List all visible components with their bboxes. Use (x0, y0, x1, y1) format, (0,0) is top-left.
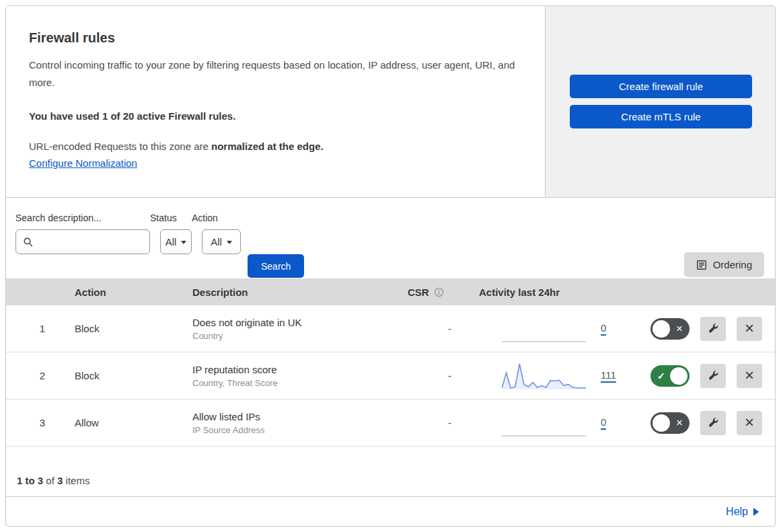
activity-count-link[interactable]: 0 (601, 416, 606, 430)
firewall-rules-page: Firewall rules Control incoming traffic … (0, 0, 781, 532)
page-title: Firewall rules (29, 30, 525, 46)
activity-count-link[interactable]: 0 (601, 322, 606, 336)
rule-fields: Country (192, 331, 400, 341)
ordering-button-label: Ordering (713, 259, 752, 270)
rule-csr-value: - (400, 323, 474, 334)
create-firewall-rule-button[interactable]: Create firewall rule (570, 75, 752, 98)
edit-rule-button[interactable] (700, 317, 726, 341)
x-icon: × (676, 416, 683, 429)
chevron-down-icon (227, 241, 232, 244)
x-icon: × (676, 321, 683, 335)
rule-fields: Country, Threat Score (192, 378, 400, 388)
rule-fields: IP Source Address (192, 425, 400, 435)
rule-description: IP reputation score (192, 364, 400, 375)
activity-sparkline (502, 408, 586, 438)
col-action: Action (67, 287, 184, 298)
col-activity: Activity last 24hr (474, 287, 642, 298)
wrench-icon (708, 417, 719, 428)
activity-count-link[interactable]: 111 (601, 369, 616, 383)
items-of: of (43, 475, 57, 486)
usage-summary: You have used 1 of 20 active Firewall ru… (29, 110, 525, 122)
configure-normalization-link[interactable]: Configure Normalization (29, 157, 137, 169)
rule-csr-value: - (400, 417, 474, 428)
rule-priority: 3 (6, 417, 67, 428)
page-description: Control incoming traffic to your zone by… (29, 56, 520, 91)
rule-csr-value: - (400, 370, 474, 381)
delete-rule-button[interactable]: × (737, 364, 762, 388)
help-label: Help (726, 506, 748, 518)
chevron-down-icon (181, 241, 186, 244)
header-section: Firewall rules Control incoming traffic … (6, 6, 775, 198)
edit-rule-button[interactable] (700, 364, 726, 388)
rule-priority: 1 (6, 323, 67, 334)
close-icon: × (745, 414, 754, 430)
info-icon[interactable] (434, 287, 444, 297)
activity-sparkline (502, 314, 586, 344)
normalization-note: URL-encoded Requests to this zone are no… (29, 141, 525, 152)
help-footer: Help (6, 496, 775, 526)
rule-action: Allow (67, 417, 184, 428)
items-label: items (63, 475, 89, 486)
action-filter-value: All (211, 236, 222, 248)
search-button[interactable]: Search (248, 254, 304, 278)
col-description: Description (184, 287, 400, 298)
action-filter-label: Action (192, 213, 241, 223)
table-row: 2 Block IP reputation score Country, Thr… (6, 352, 775, 400)
create-mtls-rule-button[interactable]: Create mTLS rule (570, 105, 752, 128)
wrench-icon (708, 323, 719, 334)
status-filter-label: Status (150, 213, 192, 223)
search-label: Search description... (15, 213, 150, 223)
rule-enabled-toggle[interactable]: ✓ × (650, 365, 690, 387)
ordering-list-icon (696, 260, 707, 270)
toggle-knob (653, 320, 670, 338)
items-range: 1 to 3 (17, 475, 43, 486)
normalization-bold-text: normalized at the edge. (211, 141, 324, 152)
normalization-text: URL-encoded Requests to this zone are (29, 141, 211, 152)
rule-enabled-toggle[interactable]: ✓ × (650, 412, 690, 434)
wrench-icon (708, 370, 719, 381)
rule-action: Block (67, 323, 184, 334)
rule-action: Block (67, 370, 184, 381)
rule-priority: 2 (6, 370, 67, 381)
close-icon: × (745, 367, 754, 383)
firewall-rules-card: Firewall rules Control incoming traffic … (5, 5, 776, 527)
pagination-summary: 1 to 3 of 3 items (6, 447, 775, 496)
search-box (15, 229, 150, 254)
rule-description: Allow listed IPs (192, 411, 400, 422)
table-row: 1 Block Does not originate in UK Country… (6, 305, 775, 352)
status-filter-value: All (165, 236, 177, 248)
delete-rule-button[interactable]: × (737, 317, 762, 341)
rule-description: Does not originate in UK (192, 317, 400, 328)
rule-enabled-toggle[interactable]: ✓ × (650, 318, 690, 340)
table-header: Action Description CSR Activity last 24h… (6, 278, 775, 305)
search-icon (23, 237, 34, 248)
help-link[interactable]: Help (726, 506, 759, 518)
header-text-panel: Firewall rules Control incoming traffic … (6, 6, 546, 197)
activity-sparkline (502, 361, 586, 391)
close-icon: × (745, 320, 754, 336)
delete-rule-button[interactable]: × (737, 411, 762, 435)
action-filter-dropdown[interactable]: All (202, 229, 241, 254)
table-row: 3 Allow Allow listed IPs IP Source Addre… (6, 400, 775, 447)
filter-controls: Search description... Status All Action … (6, 198, 775, 278)
col-csr-label: CSR (408, 287, 429, 298)
col-csr: CSR (400, 287, 474, 298)
search-input[interactable] (38, 237, 143, 248)
check-icon: ✓ (657, 370, 665, 381)
status-filter-dropdown[interactable]: All (160, 229, 192, 254)
help-arrow-icon (753, 508, 759, 516)
toggle-knob (653, 414, 670, 432)
toggle-knob (670, 367, 687, 385)
ordering-button[interactable]: Ordering (684, 252, 764, 277)
actions-panel: Create firewall rule Create mTLS rule (546, 6, 775, 197)
edit-rule-button[interactable] (700, 411, 726, 435)
